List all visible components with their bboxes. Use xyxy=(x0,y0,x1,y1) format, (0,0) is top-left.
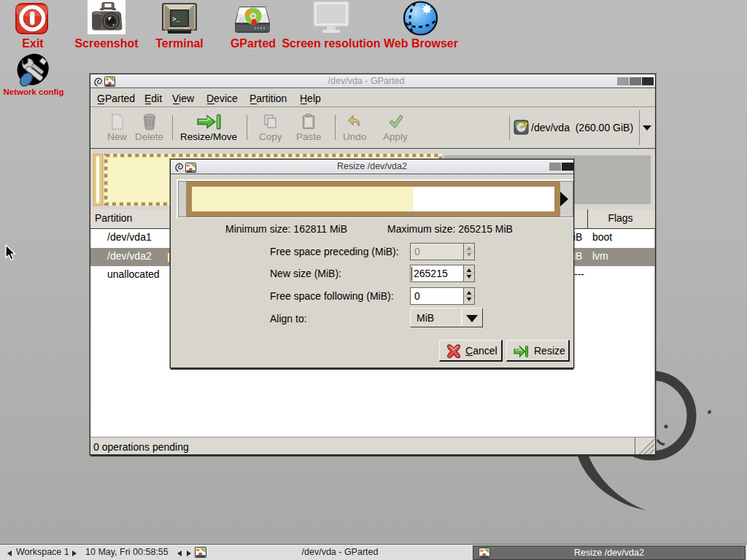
svg-text:>_: >_ xyxy=(172,16,180,23)
